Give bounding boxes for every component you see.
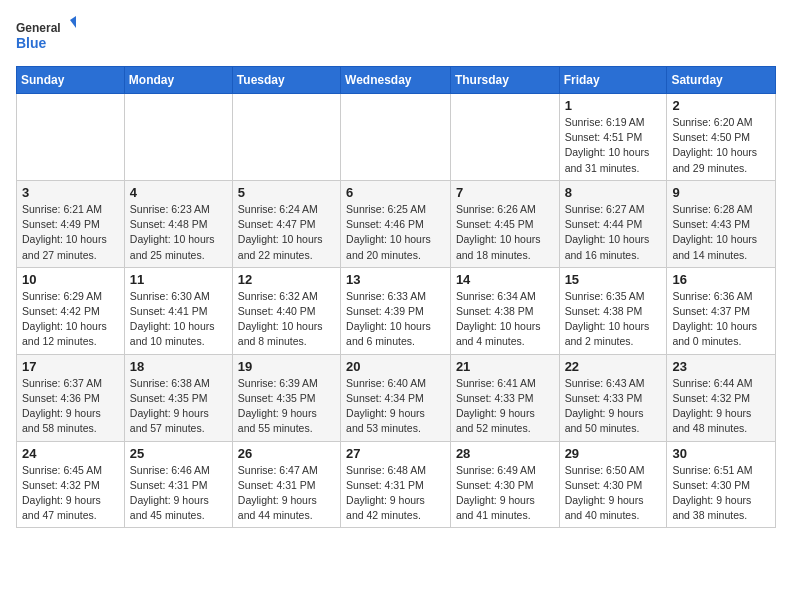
calendar-cell: 5Sunrise: 6:24 AM Sunset: 4:47 PM Daylig… (232, 180, 340, 267)
day-number: 2 (672, 98, 770, 113)
day-info: Sunrise: 6:29 AM Sunset: 4:42 PM Dayligh… (22, 289, 119, 350)
day-number: 20 (346, 359, 445, 374)
logo-svg: General Blue (16, 16, 76, 56)
day-number: 10 (22, 272, 119, 287)
day-number: 15 (565, 272, 662, 287)
svg-marker-2 (70, 16, 76, 28)
day-info: Sunrise: 6:48 AM Sunset: 4:31 PM Dayligh… (346, 463, 445, 524)
day-info: Sunrise: 6:32 AM Sunset: 4:40 PM Dayligh… (238, 289, 335, 350)
weekday-header-friday: Friday (559, 67, 667, 94)
day-info: Sunrise: 6:25 AM Sunset: 4:46 PM Dayligh… (346, 202, 445, 263)
day-number: 16 (672, 272, 770, 287)
calendar-cell: 20Sunrise: 6:40 AM Sunset: 4:34 PM Dayli… (341, 354, 451, 441)
day-info: Sunrise: 6:45 AM Sunset: 4:32 PM Dayligh… (22, 463, 119, 524)
calendar-cell (124, 94, 232, 181)
day-number: 18 (130, 359, 227, 374)
calendar-week-row: 24Sunrise: 6:45 AM Sunset: 4:32 PM Dayli… (17, 441, 776, 528)
svg-text:Blue: Blue (16, 35, 47, 51)
day-info: Sunrise: 6:49 AM Sunset: 4:30 PM Dayligh… (456, 463, 554, 524)
calendar-cell: 9Sunrise: 6:28 AM Sunset: 4:43 PM Daylig… (667, 180, 776, 267)
day-number: 27 (346, 446, 445, 461)
calendar-cell: 16Sunrise: 6:36 AM Sunset: 4:37 PM Dayli… (667, 267, 776, 354)
day-info: Sunrise: 6:39 AM Sunset: 4:35 PM Dayligh… (238, 376, 335, 437)
day-info: Sunrise: 6:43 AM Sunset: 4:33 PM Dayligh… (565, 376, 662, 437)
day-number: 6 (346, 185, 445, 200)
logo: General Blue (16, 16, 76, 56)
calendar-cell: 27Sunrise: 6:48 AM Sunset: 4:31 PM Dayli… (341, 441, 451, 528)
day-info: Sunrise: 6:20 AM Sunset: 4:50 PM Dayligh… (672, 115, 770, 176)
day-number: 25 (130, 446, 227, 461)
calendar-cell: 13Sunrise: 6:33 AM Sunset: 4:39 PM Dayli… (341, 267, 451, 354)
day-info: Sunrise: 6:34 AM Sunset: 4:38 PM Dayligh… (456, 289, 554, 350)
calendar-cell: 28Sunrise: 6:49 AM Sunset: 4:30 PM Dayli… (450, 441, 559, 528)
day-info: Sunrise: 6:51 AM Sunset: 4:30 PM Dayligh… (672, 463, 770, 524)
calendar-cell: 11Sunrise: 6:30 AM Sunset: 4:41 PM Dayli… (124, 267, 232, 354)
calendar-week-row: 17Sunrise: 6:37 AM Sunset: 4:36 PM Dayli… (17, 354, 776, 441)
day-number: 19 (238, 359, 335, 374)
day-number: 22 (565, 359, 662, 374)
weekday-header-saturday: Saturday (667, 67, 776, 94)
day-number: 23 (672, 359, 770, 374)
day-number: 14 (456, 272, 554, 287)
day-info: Sunrise: 6:38 AM Sunset: 4:35 PM Dayligh… (130, 376, 227, 437)
weekday-header-monday: Monday (124, 67, 232, 94)
calendar-cell (232, 94, 340, 181)
calendar-cell: 30Sunrise: 6:51 AM Sunset: 4:30 PM Dayli… (667, 441, 776, 528)
calendar-cell (17, 94, 125, 181)
day-number: 5 (238, 185, 335, 200)
day-info: Sunrise: 6:40 AM Sunset: 4:34 PM Dayligh… (346, 376, 445, 437)
calendar-week-row: 3Sunrise: 6:21 AM Sunset: 4:49 PM Daylig… (17, 180, 776, 267)
calendar-cell: 17Sunrise: 6:37 AM Sunset: 4:36 PM Dayli… (17, 354, 125, 441)
day-number: 30 (672, 446, 770, 461)
day-number: 29 (565, 446, 662, 461)
day-info: Sunrise: 6:26 AM Sunset: 4:45 PM Dayligh… (456, 202, 554, 263)
calendar-cell: 1Sunrise: 6:19 AM Sunset: 4:51 PM Daylig… (559, 94, 667, 181)
weekday-header-wednesday: Wednesday (341, 67, 451, 94)
calendar-cell: 22Sunrise: 6:43 AM Sunset: 4:33 PM Dayli… (559, 354, 667, 441)
day-info: Sunrise: 6:46 AM Sunset: 4:31 PM Dayligh… (130, 463, 227, 524)
calendar-cell: 18Sunrise: 6:38 AM Sunset: 4:35 PM Dayli… (124, 354, 232, 441)
day-info: Sunrise: 6:41 AM Sunset: 4:33 PM Dayligh… (456, 376, 554, 437)
day-info: Sunrise: 6:33 AM Sunset: 4:39 PM Dayligh… (346, 289, 445, 350)
calendar-cell: 14Sunrise: 6:34 AM Sunset: 4:38 PM Dayli… (450, 267, 559, 354)
calendar-cell (450, 94, 559, 181)
day-info: Sunrise: 6:44 AM Sunset: 4:32 PM Dayligh… (672, 376, 770, 437)
day-info: Sunrise: 6:47 AM Sunset: 4:31 PM Dayligh… (238, 463, 335, 524)
day-number: 17 (22, 359, 119, 374)
day-info: Sunrise: 6:30 AM Sunset: 4:41 PM Dayligh… (130, 289, 227, 350)
day-info: Sunrise: 6:23 AM Sunset: 4:48 PM Dayligh… (130, 202, 227, 263)
weekday-header-sunday: Sunday (17, 67, 125, 94)
calendar-cell: 26Sunrise: 6:47 AM Sunset: 4:31 PM Dayli… (232, 441, 340, 528)
day-number: 26 (238, 446, 335, 461)
day-info: Sunrise: 6:28 AM Sunset: 4:43 PM Dayligh… (672, 202, 770, 263)
calendar-cell: 23Sunrise: 6:44 AM Sunset: 4:32 PM Dayli… (667, 354, 776, 441)
svg-text:General: General (16, 21, 61, 35)
calendar-cell: 6Sunrise: 6:25 AM Sunset: 4:46 PM Daylig… (341, 180, 451, 267)
calendar-cell: 24Sunrise: 6:45 AM Sunset: 4:32 PM Dayli… (17, 441, 125, 528)
calendar-cell: 2Sunrise: 6:20 AM Sunset: 4:50 PM Daylig… (667, 94, 776, 181)
day-number: 11 (130, 272, 227, 287)
day-number: 8 (565, 185, 662, 200)
day-number: 1 (565, 98, 662, 113)
calendar-cell: 8Sunrise: 6:27 AM Sunset: 4:44 PM Daylig… (559, 180, 667, 267)
calendar-header-row: SundayMondayTuesdayWednesdayThursdayFrid… (17, 67, 776, 94)
calendar-table: SundayMondayTuesdayWednesdayThursdayFrid… (16, 66, 776, 528)
calendar-cell: 25Sunrise: 6:46 AM Sunset: 4:31 PM Dayli… (124, 441, 232, 528)
day-number: 21 (456, 359, 554, 374)
day-number: 9 (672, 185, 770, 200)
calendar-cell: 19Sunrise: 6:39 AM Sunset: 4:35 PM Dayli… (232, 354, 340, 441)
calendar-cell (341, 94, 451, 181)
calendar-cell: 3Sunrise: 6:21 AM Sunset: 4:49 PM Daylig… (17, 180, 125, 267)
day-number: 28 (456, 446, 554, 461)
calendar-cell: 12Sunrise: 6:32 AM Sunset: 4:40 PM Dayli… (232, 267, 340, 354)
day-number: 24 (22, 446, 119, 461)
calendar-cell: 7Sunrise: 6:26 AM Sunset: 4:45 PM Daylig… (450, 180, 559, 267)
day-number: 3 (22, 185, 119, 200)
calendar-week-row: 10Sunrise: 6:29 AM Sunset: 4:42 PM Dayli… (17, 267, 776, 354)
day-info: Sunrise: 6:19 AM Sunset: 4:51 PM Dayligh… (565, 115, 662, 176)
day-info: Sunrise: 6:37 AM Sunset: 4:36 PM Dayligh… (22, 376, 119, 437)
page-header: General Blue (16, 16, 776, 56)
day-info: Sunrise: 6:50 AM Sunset: 4:30 PM Dayligh… (565, 463, 662, 524)
day-info: Sunrise: 6:27 AM Sunset: 4:44 PM Dayligh… (565, 202, 662, 263)
day-info: Sunrise: 6:35 AM Sunset: 4:38 PM Dayligh… (565, 289, 662, 350)
